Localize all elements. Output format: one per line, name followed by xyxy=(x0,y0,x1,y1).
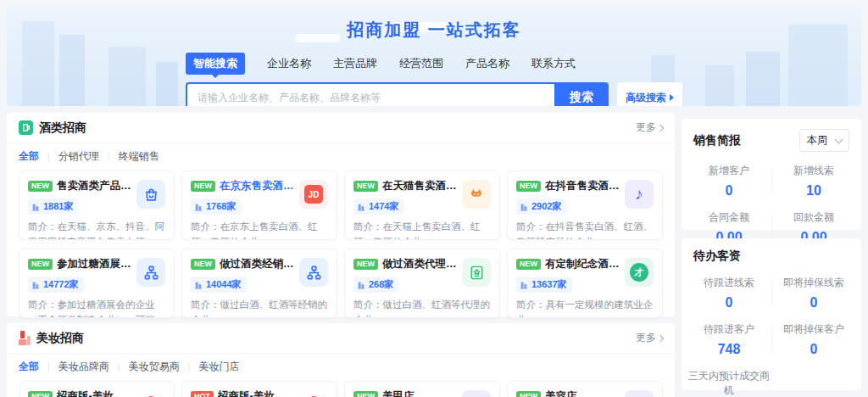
filter-all[interactable]: 全部 xyxy=(19,360,39,374)
new-badge: NEW xyxy=(516,391,541,397)
stat-deals-expected: 三天内预计成交商机 0 xyxy=(687,369,771,397)
enterprise-card[interactable]: NEW 有定制纪念酒潜在需求的... 13637家 简介：具有一定规模的建筑业企… xyxy=(507,249,663,318)
douyin-music-note-icon: ♪ xyxy=(625,180,654,209)
stat-leads-expiring: 即将掉保线索 0 xyxy=(771,276,856,310)
search-tabs: 智能搜索 企业名称 主营品牌 经营范围 产品名称 联系方式 xyxy=(186,53,682,74)
certificate-badge-icon xyxy=(462,258,491,287)
filter-distribution-agent[interactable]: 分销代理 xyxy=(58,149,99,164)
todo-title: 待办客资 xyxy=(693,249,741,264)
search-button[interactable]: 搜索 xyxy=(554,82,609,106)
filter-beauty-brand[interactable]: 美妆品牌商 xyxy=(58,360,109,374)
card-intro: 简介：在抖音售卖白酒、红酒、黄酒等产品的企业。 xyxy=(516,220,654,240)
enterprise-card[interactable]: NEW 美容店 810529家 xyxy=(507,381,663,397)
tmall-cat-icon xyxy=(462,180,491,209)
new-badge: NEW xyxy=(28,181,53,192)
filter-terminal-sales[interactable]: 终端销售 xyxy=(119,149,159,164)
tab-business-scope[interactable]: 经营范围 xyxy=(399,56,443,71)
card-intro: 简介：具有一定规模的建筑业企业 xyxy=(516,298,654,318)
enterprise-card[interactable]: NEW 在抖音售卖酒类产品的企业 2902家 简介：在抖音售卖白酒、红酒、黄酒等… xyxy=(507,171,663,240)
section-title: 美妆招商 xyxy=(36,331,84,346)
chevron-right-icon xyxy=(657,124,664,131)
company-count: 1474家 xyxy=(353,198,403,215)
new-badge: NEW xyxy=(28,391,53,397)
enterprise-card[interactable]: NEW 售卖酒类产品的电商企业 1881家 简介：在天猫、京东、抖音、阿里巴巴等… xyxy=(19,171,175,240)
new-badge: NEW xyxy=(191,181,215,192)
enterprise-card[interactable]: HOT 招商版-美妆招商 29760家 xyxy=(181,381,337,397)
lipstick-icon xyxy=(19,331,31,345)
building-decoration xyxy=(59,35,85,106)
period-select[interactable]: 本周 xyxy=(799,129,849,152)
liquor-section: 酒类招商 更多 全部 | 分销代理 | 终端销售 NEW 售卖酒类产品的电商企业… xyxy=(7,113,675,316)
org-chart-icon xyxy=(299,258,328,287)
building-decoration xyxy=(108,47,146,106)
new-badge: NEW xyxy=(28,259,53,270)
building-icon xyxy=(520,203,528,211)
tab-product-name[interactable]: 产品名称 xyxy=(465,56,509,71)
enterprise-card[interactable]: NEW 招商版-美妆贸易商 158869家 xyxy=(19,381,175,397)
new-badge: NEW xyxy=(516,181,541,192)
advanced-search-button[interactable]: 高级搜索 xyxy=(617,82,682,106)
enterprise-card[interactable]: NEW 做过酒类代理的企业 268家 简介：做过白酒、红酒等代理的企业。 xyxy=(344,249,500,318)
building-icon xyxy=(31,203,40,211)
stat-leads-to-follow: 待跟进线索 0 xyxy=(687,276,771,310)
hot-badge: HOT xyxy=(191,391,214,397)
enterprise-card[interactable]: NEW 参加过糖酒展会的企业 14772家 简介：参加过糖酒展会的企业（不含酒类… xyxy=(19,249,175,318)
section-title: 酒类招商 xyxy=(39,120,86,136)
filter-beauty-trade[interactable]: 美妆贸易商 xyxy=(129,360,180,374)
company-count: 13637家 xyxy=(516,277,572,293)
new-badge: NEW xyxy=(353,391,378,397)
enterprise-card[interactable]: NEW 在天猫售卖酒类产品的企业 1474家 简介：在天猫上售卖白酒、红酒、黄酒… xyxy=(344,171,500,240)
stat-customers-to-follow: 待跟进客户 748 xyxy=(687,322,771,357)
new-badge: NEW xyxy=(353,259,378,270)
building-decoration xyxy=(746,52,780,106)
card-intro: 简介：做过白酒、红酒等经销的企业 xyxy=(191,298,328,318)
building-decoration xyxy=(705,65,734,106)
company-count: 14044家 xyxy=(191,277,247,293)
tab-company-name[interactable]: 企业名称 xyxy=(267,56,311,71)
company-count: 1768家 xyxy=(191,198,241,215)
tab-main-brand[interactable]: 主营品牌 xyxy=(333,56,377,71)
shopping-bag-icon xyxy=(136,180,165,209)
beauty-face-icon xyxy=(625,390,654,397)
enterprise-card[interactable]: NEW 做过酒类经销的企业 14044家 简介：做过白酒、红酒等经销的企业 xyxy=(181,249,337,318)
stat-new-customers: 新增客户 0 xyxy=(687,164,771,198)
building-icon xyxy=(194,281,203,289)
jd-logo-icon: JD xyxy=(299,180,328,209)
tab-smart-search[interactable]: 智能搜索 xyxy=(186,53,245,75)
page-title: 招商加盟 一站式拓客 xyxy=(7,19,861,42)
triangle-right-icon xyxy=(670,94,674,101)
company-count: 268家 xyxy=(353,277,398,293)
company-count: 1881家 xyxy=(28,198,78,215)
enterprise-card[interactable]: NEW 在京东售卖酒类产品的企业 1768家 简介：在京东上售卖白酒、红酒、黄酒… xyxy=(181,171,337,240)
company-count: 14772家 xyxy=(28,277,84,293)
new-badge: NEW xyxy=(353,181,378,192)
filter-beauty-store[interactable]: 美妆门店 xyxy=(199,360,240,374)
building-icon xyxy=(357,281,365,289)
tab-contact-method[interactable]: 联系方式 xyxy=(531,56,576,71)
card-intro: 简介：参加过糖酒展会的企业（不含酒类制造企业），可能是酒类经销商、代理商，或者是… xyxy=(28,298,165,318)
todo-panel: 待办客资 待跟进线索 0 即将掉保线索 0 待跟进客户 748 即将掉保客户 0… xyxy=(682,238,861,390)
org-chart-icon xyxy=(136,258,165,287)
top-banner: 招商加盟 一站式拓客 智能搜索 企业名称 主营品牌 经营范围 产品名称 联系方式… xyxy=(7,7,861,106)
enterprise-card[interactable]: NEW 美甲店 138973家 xyxy=(344,381,500,397)
card-intro: 简介：做过白酒、红酒等代理的企业。 xyxy=(353,298,491,318)
new-badge: NEW xyxy=(516,259,541,270)
more-link-beauty[interactable]: 更多 xyxy=(636,331,663,345)
search-input[interactable] xyxy=(186,82,554,106)
filter-all[interactable]: 全部 xyxy=(19,149,39,164)
chevron-right-icon xyxy=(657,334,664,341)
card-intro: 简介：在天猫上售卖白酒、红酒、黄酒的企业。 xyxy=(353,220,491,240)
sales-report-panel: 销售简报 本周 新增客户 0 新增线索 10 合同金额 0.00 回款金额 0.… xyxy=(682,119,861,230)
sales-report-title: 销售简报 xyxy=(693,133,741,148)
search-area: 智能搜索 企业名称 主营品牌 经营范围 产品名称 联系方式 搜索 高级搜索 xyxy=(186,53,682,106)
chevron-down-icon xyxy=(835,135,843,143)
brand-logo-icon xyxy=(136,390,165,397)
company-count: 2902家 xyxy=(516,198,566,215)
building-icon xyxy=(194,203,203,211)
card-intro: 简介：在京东上售卖白酒、红酒、黄酒的企业。 xyxy=(191,220,328,240)
beauty-section: 美妆招商 更多 全部 | 美妆品牌商 | 美妆贸易商 | 美妆门店 NEW 招商… xyxy=(7,323,675,397)
new-badge: NEW xyxy=(191,259,215,270)
more-link-liquor[interactable]: 更多 xyxy=(636,120,663,135)
stat-customers-expiring: 即将掉保客户 0 xyxy=(771,322,856,357)
building-decoration xyxy=(156,62,178,106)
